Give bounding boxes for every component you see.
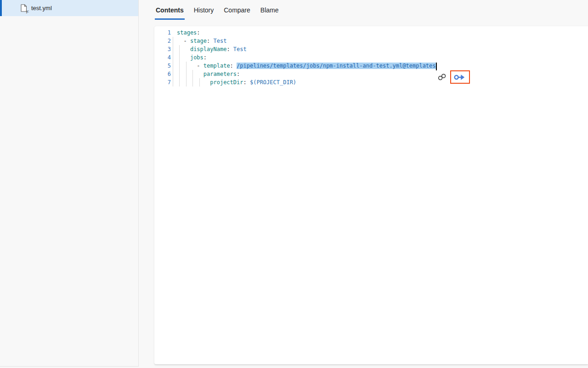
indent-guide <box>173 45 173 53</box>
line-content: - stage: Test <box>177 37 226 45</box>
code-token: Test <box>213 38 226 44</box>
open-linked-template-icon <box>454 74 466 81</box>
line-number[interactable]: 6 <box>154 70 171 78</box>
code-token: : <box>226 46 233 52</box>
inline-actions <box>437 70 470 84</box>
code-token <box>177 79 210 86</box>
line-content: projectDir: $(PROJECT_DIR) <box>177 78 296 86</box>
code-line-5[interactable]: 5 - template: /pipelines/templates/jobs/… <box>154 62 588 70</box>
tab-contents[interactable]: Contents <box>155 6 185 20</box>
code-line-2[interactable]: 2 - stage: Test <box>154 37 588 45</box>
indent-guide <box>173 70 173 78</box>
code-token: : <box>197 29 200 36</box>
code-token: stage <box>190 38 207 44</box>
code-token: : <box>204 54 207 61</box>
tab-compare[interactable]: Compare <box>223 6 251 20</box>
line-number[interactable]: 4 <box>154 53 171 62</box>
indent-guide <box>173 53 173 62</box>
sidebar-item-test-yml[interactable]: y: test.yml <box>0 0 138 16</box>
code-viewer-panel: 1stages:2 - stage: Test3 displayName: Te… <box>154 26 588 364</box>
code-token <box>177 38 183 44</box>
open-linked-template-button[interactable] <box>450 70 470 84</box>
line-number[interactable]: 7 <box>154 78 171 86</box>
code-line-4[interactable]: 4 jobs: <box>154 53 588 62</box>
file-name-label: test.yml <box>31 5 52 12</box>
code-token: jobs <box>190 54 204 61</box>
line-number[interactable]: 1 <box>154 29 171 37</box>
code-token: stages <box>177 29 197 36</box>
code-token: $(PROJECT_DIR) <box>250 79 296 86</box>
line-content: jobs: <box>177 53 207 62</box>
file-tree-sidebar: y: test.yml <box>0 0 139 367</box>
code-token: Test <box>233 46 247 52</box>
line-number[interactable]: 2 <box>154 37 171 45</box>
code-line-3[interactable]: 3 displayName: Test <box>154 45 588 53</box>
indent-guide <box>173 78 173 86</box>
line-content: displayName: Test <box>177 45 247 53</box>
code-token: : <box>230 63 237 69</box>
indent-guide <box>173 62 173 70</box>
code-token <box>177 63 197 69</box>
code-token: : <box>207 38 213 44</box>
line-content: stages: <box>177 29 200 37</box>
line-content: parameters: <box>177 70 240 78</box>
code-token: template <box>204 63 230 69</box>
code-token: - <box>183 38 190 44</box>
code-token: : <box>243 79 250 86</box>
code-line-7[interactable]: 7 projectDir: $(PROJECT_DIR) <box>154 78 588 86</box>
line-number[interactable]: 5 <box>154 62 171 70</box>
code-token: : <box>237 71 240 77</box>
code-token <box>177 46 190 52</box>
code-token: parameters <box>204 71 237 77</box>
code-line-1[interactable]: 1stages: <box>154 29 588 37</box>
line-number[interactable]: 3 <box>154 45 171 53</box>
yaml-badge: y: <box>26 10 29 13</box>
link-icon[interactable] <box>437 73 447 81</box>
code-token: projectDir <box>210 79 243 86</box>
tab-bar: ContentsHistoryCompareBlame <box>139 0 588 26</box>
code-token <box>177 54 190 61</box>
indent-guide <box>173 37 173 45</box>
selected-text: /pipelines/templates/jobs/npm-install-an… <box>237 63 435 69</box>
code-token <box>177 71 204 77</box>
text-cursor <box>436 63 437 70</box>
code-token: displayName <box>190 46 226 52</box>
yaml-file-icon: y: <box>20 4 27 12</box>
tab-history[interactable]: History <box>193 6 215 20</box>
selected-indicator <box>0 0 2 16</box>
code-token: - <box>197 63 203 69</box>
code-line-6[interactable]: 6 parameters: <box>154 70 588 78</box>
code-lines: 1stages:2 - stage: Test3 displayName: Te… <box>154 26 588 86</box>
line-content: - template: /pipelines/templates/jobs/np… <box>177 62 437 70</box>
tab-blame[interactable]: Blame <box>260 6 280 20</box>
